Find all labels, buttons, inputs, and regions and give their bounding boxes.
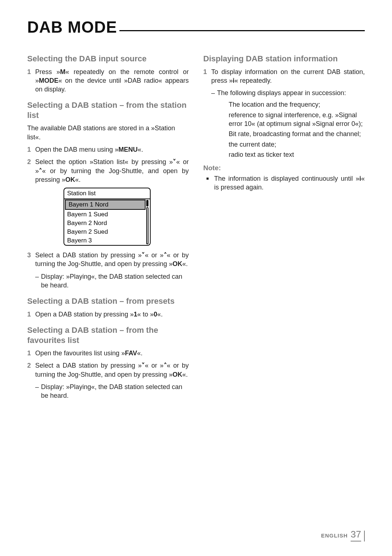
key-mode: MODE	[39, 77, 58, 84]
sub-line: Bit rate, broadcasting format and the ch…	[229, 130, 365, 138]
step: 2 Select the option »Station list« by pr…	[27, 158, 189, 184]
step: 1 Press »M« repeatedly on the remote con…	[27, 68, 189, 94]
sub-body: The following displays appear in success…	[217, 89, 365, 97]
note-heading: Note:	[203, 164, 365, 172]
step-number: 2	[27, 361, 35, 379]
step-number: 1	[27, 349, 35, 357]
text: Press »	[35, 68, 60, 75]
scroll-thumb	[146, 200, 148, 207]
text: «.	[137, 349, 143, 357]
sub-line: reference to signal interference, e.g. »…	[229, 111, 365, 128]
sub-step: – The following displays appear in succe…	[211, 89, 365, 97]
step-body: Open the favourites list using »FAV«.	[35, 349, 189, 357]
section-heading: Displaying DAB station information	[203, 54, 365, 64]
step-body: Press »M« repeatedly on the remote contr…	[35, 68, 189, 94]
step-body: Open the DAB menu using »MENU«.	[35, 145, 189, 154]
text: The information is displayed continuousl…	[214, 175, 359, 182]
up-icon: ˄	[164, 362, 167, 369]
section-heading: Selecting a DAB station – from the stati…	[27, 100, 189, 120]
down-icon: ˅	[142, 362, 145, 369]
sub-step: – Display: »Playing«, the DAB station se…	[35, 383, 189, 400]
step-body: Open a DAB station by pressing »1« to »0…	[35, 310, 189, 319]
list-item: Bayern 1 Sued	[64, 210, 146, 219]
key-0: 0	[154, 311, 157, 318]
sub-line: radio text as ticker text	[229, 150, 365, 159]
station-list-illustration: Station list Bayern 1 Nord Bayern 1 Sued…	[64, 188, 151, 246]
text: «.	[75, 176, 81, 183]
step: 1 Open the DAB menu using »MENU«.	[27, 145, 189, 154]
text: «.	[138, 146, 143, 153]
sub-body: Display: »Playing«, the DAB station sele…	[41, 383, 189, 400]
text: Open a DAB station by pressing »	[35, 311, 134, 318]
text: Select the option »Station list« by pres…	[35, 158, 173, 165]
sub-line: The location and the frequency;	[229, 100, 365, 109]
sub-line: the current date;	[229, 140, 365, 149]
step-number: 1	[27, 68, 35, 94]
step-body: Select a DAB station by pressing »˅« or …	[35, 361, 189, 379]
text: Select a DAB station by pressing »	[35, 362, 142, 369]
up-icon: ˄	[164, 252, 167, 259]
right-column: Displaying DAB station information 1 To …	[203, 47, 365, 403]
text: «.	[157, 311, 163, 318]
step-body: To display information on the current DA…	[211, 68, 365, 85]
step: 1 Open a DAB station by pressing »1« to …	[27, 310, 189, 319]
note-body: The information is displayed continuousl…	[214, 174, 365, 192]
text: « to »	[137, 311, 154, 318]
dash: –	[211, 89, 217, 97]
sub-step: – Display: »Playing«, the DAB station se…	[35, 272, 189, 290]
list-item: Bayern 3	[64, 236, 146, 245]
step-number: 1	[27, 310, 35, 319]
title-row: DAB MODE	[27, 18, 365, 36]
step: 3 Select a DAB station by pressing »˅« o…	[27, 251, 189, 269]
text: « on the device until »DAB radio« appear…	[35, 77, 189, 93]
key-ok: OK	[172, 260, 182, 267]
two-columns: Selecting the DAB input source 1 Press »…	[27, 47, 365, 403]
list-item: Bayern 2 Sued	[64, 228, 146, 236]
sub-body: Display: »Playing«, the DAB station sele…	[41, 272, 189, 290]
page-footer: ENGLISH 37	[321, 529, 365, 541]
step-number: 3	[27, 251, 35, 269]
step: 1 Open the favourites list using »FAV«.	[27, 349, 189, 357]
section-heading: Selecting a DAB station – from presets	[27, 296, 189, 306]
section-heading: Selecting the DAB input source	[27, 54, 189, 64]
footer-bar	[364, 531, 365, 541]
key-ok: OK	[65, 176, 75, 183]
text: «.	[182, 371, 188, 378]
text: « or »	[145, 252, 163, 259]
step: 2 Select a DAB station by pressing »˅« o…	[27, 361, 189, 379]
scrollbar	[146, 199, 150, 245]
title-rule	[119, 30, 365, 31]
step: 1 To display information on the current …	[203, 68, 365, 85]
listbox-items: Bayern 1 Nord Bayern 1 Sued Bayern 2 Nor…	[64, 199, 146, 245]
step-number: 1	[27, 145, 35, 154]
page-title: DAB MODE	[27, 18, 117, 36]
dash: –	[35, 383, 41, 400]
paragraph: The available DAB stations are stored in…	[27, 124, 189, 142]
text: « repeatedly.	[234, 77, 272, 84]
down-icon: ˅	[142, 252, 145, 259]
note-bullet: ■ The information is displayed continuou…	[206, 174, 365, 192]
square-icon: ■	[206, 174, 214, 192]
footer-language: ENGLISH	[321, 532, 348, 539]
key-menu: MENU	[118, 146, 138, 153]
list-item: Bayern 2 Nord	[64, 219, 146, 228]
text: « or by turning the Jog-Shuttle, and ope…	[35, 167, 189, 183]
step-body: Select a DAB station by pressing »˅« or …	[35, 251, 189, 269]
text: Select a DAB station by pressing »	[35, 252, 142, 259]
text: Open the favourites list using »	[35, 349, 125, 357]
up-icon: ˄	[39, 167, 42, 175]
left-column: Selecting the DAB input source 1 Press »…	[27, 47, 189, 403]
list-item: Bayern 1 Nord	[65, 200, 146, 210]
step-number: 2	[27, 158, 35, 184]
key-fav: FAV	[125, 349, 137, 357]
listbox-body: Bayern 1 Nord Bayern 1 Sued Bayern 2 Nor…	[64, 199, 150, 245]
scroll-track	[146, 207, 148, 244]
key-m: M	[60, 68, 65, 75]
key-1: 1	[134, 311, 137, 318]
footer-page-number: 37	[351, 529, 361, 541]
page: DAB MODE Selecting the DAB input source …	[0, 0, 392, 556]
text: Open the DAB menu using »	[35, 146, 118, 153]
key-ok: OK	[172, 371, 182, 378]
text: «.	[182, 260, 188, 267]
dash: –	[35, 272, 41, 290]
